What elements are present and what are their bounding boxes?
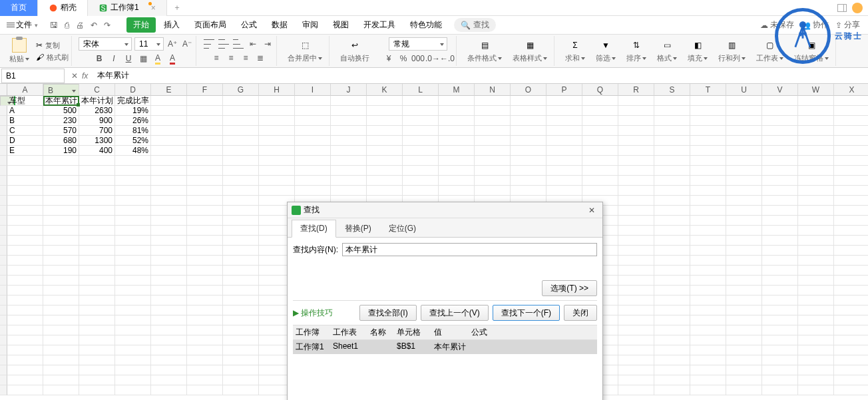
cell[interactable]: [115, 335, 151, 345]
cell[interactable]: [690, 126, 726, 136]
cell[interactable]: [546, 186, 582, 196]
cell[interactable]: 2630: [79, 106, 115, 116]
cell[interactable]: [582, 106, 618, 116]
cell[interactable]: [654, 385, 690, 395]
row-header[interactable]: [0, 216, 7, 226]
cell[interactable]: [618, 196, 654, 206]
cell[interactable]: [151, 375, 187, 385]
cell[interactable]: [259, 146, 295, 156]
cell[interactable]: [7, 216, 43, 226]
cell[interactable]: [762, 236, 798, 246]
cond-format-button[interactable]: ▤条件格式: [463, 39, 506, 63]
cell[interactable]: [582, 176, 618, 186]
cell[interactable]: [151, 325, 187, 335]
cell[interactable]: [475, 126, 511, 136]
cell[interactable]: 完成比率: [115, 96, 151, 106]
cell[interactable]: [834, 156, 868, 166]
cell[interactable]: [79, 286, 115, 296]
underline-button[interactable]: U: [122, 53, 134, 65]
cell[interactable]: [403, 106, 439, 116]
cell[interactable]: [834, 286, 868, 296]
cell[interactable]: [690, 365, 726, 375]
cell[interactable]: [511, 156, 546, 166]
cell[interactable]: [834, 116, 868, 126]
cell[interactable]: [151, 136, 187, 146]
cell[interactable]: [43, 176, 79, 186]
cell[interactable]: [7, 266, 43, 276]
cell[interactable]: [7, 345, 43, 355]
cell[interactable]: [187, 196, 223, 206]
cell[interactable]: [798, 246, 834, 256]
cell[interactable]: 26%: [115, 116, 151, 126]
cell[interactable]: [618, 106, 654, 116]
cell[interactable]: [618, 246, 654, 256]
align-bottom-button[interactable]: [232, 38, 244, 50]
cell[interactable]: [79, 355, 115, 365]
cell[interactable]: [654, 186, 690, 196]
result-row[interactable]: 工作簿1 Sheet1 $B$1 本年累计: [293, 340, 597, 354]
cell[interactable]: [654, 315, 690, 325]
cell[interactable]: [259, 106, 295, 116]
cell[interactable]: [7, 186, 43, 196]
cell[interactable]: [259, 136, 295, 146]
cell[interactable]: [690, 106, 726, 116]
cell[interactable]: [403, 116, 439, 126]
cell[interactable]: [726, 296, 762, 305]
cell[interactable]: [618, 176, 654, 186]
cell[interactable]: [618, 96, 654, 106]
cell[interactable]: [511, 136, 546, 146]
cell[interactable]: [798, 186, 834, 196]
cell[interactable]: [726, 156, 762, 166]
cell[interactable]: [834, 106, 868, 116]
column-header[interactable]: U: [726, 84, 762, 96]
cell[interactable]: [834, 246, 868, 256]
cell[interactable]: [187, 236, 223, 246]
cell[interactable]: [259, 156, 295, 166]
cell[interactable]: [187, 106, 223, 116]
column-header[interactable]: I: [295, 84, 331, 96]
cell[interactable]: [367, 96, 403, 106]
fill-button[interactable]: ◧填充: [684, 39, 712, 63]
cell[interactable]: [834, 146, 868, 156]
cell[interactable]: [43, 325, 79, 335]
cell[interactable]: [115, 345, 151, 355]
cell[interactable]: [79, 176, 115, 186]
cell[interactable]: [367, 116, 403, 126]
cell[interactable]: [367, 126, 403, 136]
cell[interactable]: [798, 276, 834, 286]
cell[interactable]: [295, 146, 331, 156]
tab-workbook[interactable]: S 工作簿1 ×: [88, 0, 167, 16]
cell[interactable]: [43, 365, 79, 375]
cell[interactable]: [223, 116, 259, 126]
merge-button[interactable]: ⬚合并居中: [284, 39, 326, 63]
cell[interactable]: [654, 345, 690, 355]
font-size-select[interactable]: 11: [134, 37, 164, 51]
cell[interactable]: [223, 186, 259, 196]
cell[interactable]: [187, 305, 223, 315]
find-next-button[interactable]: 查找下一个(F): [493, 305, 560, 321]
cell[interactable]: [690, 236, 726, 246]
cell[interactable]: [654, 146, 690, 156]
column-header[interactable]: M: [439, 84, 475, 96]
cell[interactable]: [618, 146, 654, 156]
cell[interactable]: [690, 196, 726, 206]
cell[interactable]: [7, 385, 43, 395]
cell[interactable]: [690, 146, 726, 156]
cell[interactable]: [7, 305, 43, 315]
cell[interactable]: [223, 375, 259, 385]
cell[interactable]: [798, 196, 834, 206]
dialog-close-button[interactable]: ✕: [585, 206, 598, 215]
cell[interactable]: [259, 126, 295, 136]
cell[interactable]: [618, 186, 654, 196]
bold-button[interactable]: B: [93, 53, 105, 65]
cell[interactable]: [115, 186, 151, 196]
cell[interactable]: [79, 236, 115, 246]
row-header[interactable]: [0, 206, 7, 216]
cell[interactable]: [7, 276, 43, 286]
cell[interactable]: [762, 385, 798, 395]
cell[interactable]: [726, 116, 762, 126]
cell[interactable]: [223, 345, 259, 355]
cell[interactable]: 本年计划: [79, 96, 115, 106]
cell[interactable]: [762, 355, 798, 365]
tab-close-icon[interactable]: ×: [151, 3, 156, 13]
